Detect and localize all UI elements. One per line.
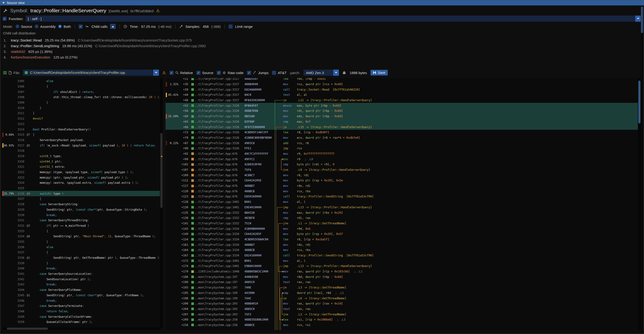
source-line[interactable]: 3309 } (2, 100, 160, 105)
asm-row[interactable]: +186..mon\TracySystem.cpp:197448B4598mov… (166, 274, 638, 280)
radio-source[interactable]: Source (16, 24, 32, 28)
asm-row[interactable]: +31..t\TracyProfiler.cpp:3317488D5597lea… (166, 78, 638, 82)
asm-row[interactable]: +172..t\TracyProfiler.cpp:3401B001moval,… (166, 258, 638, 263)
asm-row[interactable]: +130..t\TracyProfiler.cpp:3401E9E4010000… (166, 205, 638, 210)
radio-both[interactable]: Both (58, 24, 71, 28)
source-line[interactable]: 3330 break; (2, 212, 160, 218)
source-line[interactable]: 3339 } (2, 260, 160, 266)
raw-code-checkbox[interactable]: ✓ (217, 71, 221, 75)
source-location[interactable]: ..t\TracyProfiler.cpp:3401 (195, 200, 244, 203)
asm-row[interactable]: +207..mon\TracySystem.cpp:20375F2jne.L2 … (166, 312, 638, 317)
asm-row[interactable]: +46..t\TracyProfiler.cpp:33170F843502000… (166, 98, 638, 103)
scrollbar-thumb[interactable] (638, 81, 640, 124)
source-location[interactable]: ..mon\TracySystem.cpp:203 (195, 307, 244, 311)
source-location[interactable]: ..mon\TracySystem.cpp:203 (195, 313, 244, 316)
asm-row[interactable]: +167..t\TracyProfiler.cpp:3334E824160000… (166, 253, 638, 258)
source-line[interactable]: 3312#endif (2, 116, 160, 122)
source-line[interactable]: 3346 break; (2, 298, 160, 303)
source-location[interactable]: ..t\TracyProfiler.cpp:3326 (195, 131, 244, 134)
asm-row[interactable]: +79..t\TracyProfiler.cpp:3326418B8C80E0B… (166, 135, 638, 141)
source-files-icon[interactable] (3, 71, 7, 74)
asm-row[interactable]: +63..t\TracyProfiler.cpp:332683F80Fcmpea… (166, 119, 638, 125)
source-location[interactable]: ..t\TracyProfiler.hpp:676 (195, 152, 244, 156)
jump-to-top-sample-button[interactable] (110, 24, 116, 29)
asm-row[interactable]: +200..mon\TracySystem.cpp:203488B4010mov… (166, 301, 638, 306)
source-location[interactable]: ..t\TracyProfiler.hpp:676 (195, 168, 244, 171)
child-call-item[interactable]: 2.tracy::Profiler::SendLongString19.88 m… (4, 43, 637, 49)
asm-row[interactable]: 0.22%+87..t\TracyProfiler.cpp:33264903C8… (166, 140, 638, 146)
asm-row[interactable]: 15.50%+60..t\TracyProfiler.cpp:33268B55A… (166, 114, 638, 119)
asm-row[interactable]: +141..t\TracyProfiler.cpp:33327524jne.L1… (166, 221, 638, 226)
source-line[interactable]: 3329 SendString( ptr, (const char*)ptr, … (2, 207, 160, 212)
source-line[interactable]: 3345@1 SendString( ptr, (const char*)ptr… (2, 293, 160, 298)
source-line[interactable]: 3349 case ServerQueryCallstackFrame: (2, 314, 160, 319)
source-line[interactable]: 3336 else (2, 244, 160, 250)
asm-row[interactable]: +154..t\TracyProfiler.cpp:33344C8D055FBA… (166, 237, 638, 242)
source-line[interactable]: 3325 (2, 186, 160, 191)
source-line[interactable]: 3347 case ServerQueryTerminate: (2, 303, 160, 309)
source-location[interactable]: ..t\TracyProfiler.hpp:676 (195, 195, 244, 198)
source-line[interactable]: 3321 uint32_t extra; (2, 164, 160, 169)
source-location[interactable]: ..t\TracyProfiler.cpp:3326 (195, 109, 244, 113)
limit-range-checkbox[interactable] (228, 24, 232, 28)
asm-row[interactable]: +120..t\TracyProfiler.hpp:676488BCBmovrc… (166, 188, 638, 194)
source-location[interactable]: ..t\TracyProfiler.cpp:3326 (195, 104, 244, 107)
asm-row[interactable]: +123..t\TracyProfiler.hpp:676E850160000c… (166, 194, 638, 199)
source-line[interactable]: 3343 break; (2, 282, 160, 287)
asm-row[interactable]: +161..t\TracyProfiler.cpp:3334488BD7movr… (166, 242, 638, 247)
att-checkbox[interactable] (272, 71, 276, 75)
asm-row[interactable]: +92..t\TracyProfiler.hpp:67649C7C1FFFFFF… (166, 151, 638, 157)
source-line[interactable]: 3320 uint64_t ptr; (2, 159, 160, 164)
asm-row[interactable]: +149..t\TracyProfiler.cpp:3334C64424205F… (166, 231, 638, 237)
titlebar[interactable]: Source view (0, 0, 644, 5)
source-line[interactable]: 3342 SendSourceLocation( ptr ); (2, 276, 160, 282)
function-checkbox[interactable]: ✓ (2, 17, 6, 21)
source-line[interactable]: 3310 } (2, 105, 160, 111)
source-location[interactable]: ..t\TracyProfiler.cpp:3334 (195, 232, 244, 236)
asm-row[interactable]: +112..t\TracyProfiler.hpp:676C64424205Em… (166, 178, 638, 183)
source-line[interactable]: 3311} (2, 111, 160, 116)
source-line[interactable]: 3324 memcpy( &extra, &payload.extra, siz… (2, 180, 160, 186)
source-line[interactable]: 3333 { (2, 228, 160, 234)
chevron-down-icon[interactable] (635, 15, 641, 22)
source-location[interactable]: ..t\TracyProfiler.cpp:3326 (195, 120, 244, 123)
source-location[interactable]: ..t\TracyProfiler.hpp:676 (195, 158, 244, 161)
chevron-down-icon[interactable] (153, 70, 159, 76)
source-location[interactable]: ..t\TracyProfiler.hpp:676 (195, 179, 244, 182)
window-vertical-scrollbar[interactable] (641, 6, 643, 333)
asm-row[interactable]: +216..mon\TracySystem.cpp:258488BCEmovrc… (166, 323, 638, 328)
asm-row[interactable]: +209..mon\TracySystem.cpp:258488D35E8861… (166, 317, 638, 323)
source-line[interactable]: 3327 { (2, 196, 160, 202)
raw-code-option[interactable]: ✓ Raw code (217, 71, 244, 75)
asm-row[interactable]: +174..t\TracyProfiler.cpp:3401E9B8010000… (166, 263, 638, 269)
source-location[interactable]: ..t\TracyProfiler.cpp:3332 (195, 216, 244, 220)
source-line[interactable]: 3331 case ServerQueryThreadString: (2, 218, 160, 223)
asm-row[interactable]: +143..t\TracyProfiler.cpp:333441B90B0000… (166, 226, 638, 231)
source-location[interactable]: ..t\TracyProfiler.cpp:3401 (195, 264, 244, 268)
asm-row[interactable]: +52..t\TracyProfiler.cpp:33260FB64597mov… (166, 103, 638, 108)
jumps-option[interactable]: ✓ Jumps (247, 71, 268, 75)
source-location[interactable]: ..t\TracyProfiler.cpp:3317 (195, 99, 244, 102)
asm-row[interactable]: +128..t\TracyProfiler.cpp:3401B001moval,… (166, 199, 638, 205)
source-location[interactable]: ..t\TracyProfiler.cpp:3334 (195, 227, 244, 230)
source-line[interactable]: 46.93%3317@5 if( !m_sock->Read( &payload… (2, 143, 160, 148)
child-calls-checkbox[interactable]: ✓ (79, 24, 83, 28)
source-location[interactable]: ..t\TracyProfiler.cpp:3332 (195, 222, 244, 225)
asm-row[interactable]: +39..t\TracyProfiler.cpp:3317E824AA0000c… (166, 87, 638, 92)
asm-row[interactable]: +109..t\TracyProfiler.hpp:6764C8BC7movr8… (166, 172, 638, 178)
source-line[interactable]: 3348 return false; (2, 309, 160, 314)
source-location[interactable]: ..t\TracyProfiler.cpp:3334 (195, 238, 244, 241)
source-line[interactable]: 3305 else (2, 79, 160, 84)
scrollbar-thumb[interactable] (641, 6, 643, 33)
source-line[interactable]: 15.79%3326@9 switch( type ) (2, 191, 160, 196)
asm-row[interactable]: +72..t\TracyProfiler.cpp:33264C8D05F146F… (166, 130, 638, 135)
asm-row[interactable]: +102..t\TracyProfiler.hpp:67642803C0F00c… (166, 162, 638, 167)
source-line[interactable]: 3308 std::this_thread::sleep_for( std::c… (2, 95, 160, 100)
asm-row[interactable]: +135..t\TracyProfiler.cpp:33328B4320move… (166, 210, 638, 215)
source-line[interactable]: 3319 uint8_t type; (2, 154, 160, 159)
source-location[interactable]: ..t\TracyProfiler.cpp:3326 (195, 115, 244, 118)
source-line[interactable]: 3328 case ServerQueryString: (2, 202, 160, 207)
source-location[interactable]: ..mon\TracySystem.cpp:197 (195, 286, 244, 289)
source-location[interactable]: ..t\TracyProfiler.cpp:3326 (195, 126, 244, 129)
function-combo[interactable]: [ - self - ] (26, 15, 641, 22)
